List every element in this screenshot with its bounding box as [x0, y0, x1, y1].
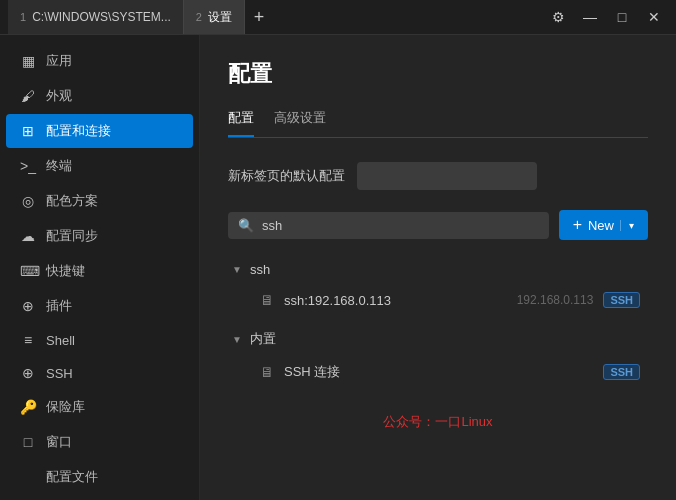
new-tab-button[interactable]: +: [245, 3, 273, 31]
sidebar-item-window[interactable]: □ 窗口: [6, 425, 193, 459]
tab2-label: 设置: [208, 9, 232, 26]
content-area: 配置 配置 高级设置 新标签页的默认配置 🔍 ssh + New ▾ ▼ ss: [200, 35, 676, 500]
sidebar-icon-window: □: [20, 434, 36, 450]
profile-name-ssh-connection: SSH 连接: [284, 363, 593, 381]
watermark: 公众号：一口Linux: [228, 397, 648, 439]
group-label-ssh-group: ssh: [250, 262, 270, 277]
sidebar-icon-colorscheme: ◎: [20, 193, 36, 209]
tab-profiles[interactable]: 配置: [228, 105, 254, 137]
sidebar-icon-ssh: ⊕: [20, 365, 36, 381]
new-profile-button[interactable]: + New ▾: [559, 210, 648, 240]
tab2-number: 2: [196, 11, 202, 23]
tab-advanced[interactable]: 高级设置: [274, 105, 326, 137]
sidebar-label-vault: 保险库: [46, 398, 85, 416]
default-profile-select[interactable]: [357, 162, 537, 190]
new-label: New: [588, 218, 614, 233]
tab1-number: 1: [20, 11, 26, 23]
sidebar-icon-terminal: >_: [20, 158, 36, 174]
sidebar-label-window: 窗口: [46, 433, 72, 451]
default-label-text: 新标签页的默认配置: [228, 167, 345, 185]
sidebar-item-terminal[interactable]: >_ 终端: [6, 149, 193, 183]
sidebar-item-colorscheme[interactable]: ◎ 配色方案: [6, 184, 193, 218]
sidebar-label-apps: 应用: [46, 52, 72, 70]
sidebar-label-colorscheme: 配色方案: [46, 192, 98, 210]
profile-item-ssh-connection[interactable]: 🖥 SSH 连接 SSH: [228, 355, 648, 389]
sidebar-item-apps[interactable]: ▦ 应用: [6, 44, 193, 78]
sidebar-label-ssh: SSH: [46, 366, 73, 381]
sidebar-label-shortcuts: 快捷键: [46, 262, 85, 280]
sidebar-item-profiles[interactable]: ⊞ 配置和连接: [6, 114, 193, 148]
new-chevron-icon: ▾: [620, 220, 634, 231]
titlebar: 1 C:\WINDOWS\SYSTEM... 2 设置 + ⚙ — □ ✕: [0, 0, 676, 35]
group-chevron-ssh-group: ▼: [232, 264, 242, 275]
minimize-button[interactable]: —: [576, 3, 604, 31]
group-ssh-group: ▼ ssh 🖥 ssh:192.168.0.113 192.168.0.113 …: [228, 256, 648, 316]
sidebar-label-appearance: 外观: [46, 87, 72, 105]
tab-settings[interactable]: 2 设置: [184, 0, 245, 34]
sidebar-label-shell: Shell: [46, 333, 75, 348]
profile-name-ssh-profile-1: ssh:192.168.0.113: [284, 293, 501, 308]
search-value: ssh: [262, 218, 282, 233]
tab-terminal[interactable]: 1 C:\WINDOWS\SYSTEM...: [8, 0, 184, 34]
sidebar-icon-plugins: ⊕: [20, 298, 36, 314]
maximize-button[interactable]: □: [608, 3, 636, 31]
tab1-label: C:\WINDOWS\SYSTEM...: [32, 10, 171, 24]
group-builtin-group: ▼ 内置 🖥 SSH 连接 SSH: [228, 324, 648, 389]
sidebar-label-plugins: 插件: [46, 297, 72, 315]
profile-item-ssh-profile-1[interactable]: 🖥 ssh:192.168.0.113 192.168.0.113 SSH: [228, 284, 648, 316]
default-label-row: 新标签页的默认配置: [228, 162, 648, 190]
close-button[interactable]: ✕: [640, 3, 668, 31]
main-layout: ▦ 应用 🖌 外观 ⊞ 配置和连接 >_ 终端 ◎ 配色方案 ☁ 配置同步 ⌨ …: [0, 35, 676, 500]
sidebar-item-plugins[interactable]: ⊕ 插件: [6, 289, 193, 323]
search-row: 🔍 ssh + New ▾: [228, 210, 648, 240]
gear-button[interactable]: ⚙: [544, 3, 572, 31]
group-header-builtin-group[interactable]: ▼ 内置: [228, 324, 648, 354]
sidebar-icon-vault: 🔑: [20, 399, 36, 415]
sidebar-item-vault[interactable]: 🔑 保险库: [6, 390, 193, 424]
sidebar-icon-shortcuts: ⌨: [20, 263, 36, 279]
sidebar-item-shortcuts[interactable]: ⌨ 快捷键: [6, 254, 193, 288]
profile-groups: ▼ ssh 🖥 ssh:192.168.0.113 192.168.0.113 …: [228, 256, 648, 389]
group-label-builtin-group: 内置: [250, 330, 276, 348]
group-header-ssh-group[interactable]: ▼ ssh: [228, 256, 648, 283]
sidebar: ▦ 应用 🖌 外观 ⊞ 配置和连接 >_ 终端 ◎ 配色方案 ☁ 配置同步 ⌨ …: [0, 35, 200, 500]
group-chevron-builtin-group: ▼: [232, 334, 242, 345]
ssh-badge-ssh-connection: SSH: [603, 364, 640, 380]
profile-desc-ssh-profile-1: 192.168.0.113: [517, 293, 594, 307]
sidebar-label-config-files: 配置文件: [46, 468, 98, 486]
sidebar-icon-appearance: 🖌: [20, 88, 36, 104]
sidebar-item-shell[interactable]: ≡ Shell: [6, 324, 193, 356]
page-title: 配置: [228, 59, 648, 89]
sidebar-icon-sync: ☁: [20, 228, 36, 244]
sidebar-item-sync[interactable]: ☁ 配置同步: [6, 219, 193, 253]
sidebar-icon-shell: ≡: [20, 332, 36, 348]
content-tabs: 配置 高级设置: [228, 105, 648, 138]
sidebar-item-appearance[interactable]: 🖌 外观: [6, 79, 193, 113]
sidebar-icon-profiles: ⊞: [20, 123, 36, 139]
ssh-badge-ssh-profile-1: SSH: [603, 292, 640, 308]
sidebar-label-profiles: 配置和连接: [46, 122, 111, 140]
profile-icon-ssh-connection: 🖥: [260, 364, 274, 380]
search-box[interactable]: 🔍 ssh: [228, 212, 549, 239]
sidebar-item-config-files[interactable]: 配置文件: [6, 460, 193, 494]
sidebar-icon-apps: ▦: [20, 53, 36, 69]
new-plus-icon: +: [573, 216, 582, 234]
search-icon: 🔍: [238, 218, 254, 233]
window-controls: ⚙ — □ ✕: [544, 3, 668, 31]
sidebar-item-ssh[interactable]: ⊕ SSH: [6, 357, 193, 389]
sidebar-label-terminal: 终端: [46, 157, 72, 175]
sidebar-label-sync: 配置同步: [46, 227, 98, 245]
profile-icon-ssh-profile-1: 🖥: [260, 292, 274, 308]
